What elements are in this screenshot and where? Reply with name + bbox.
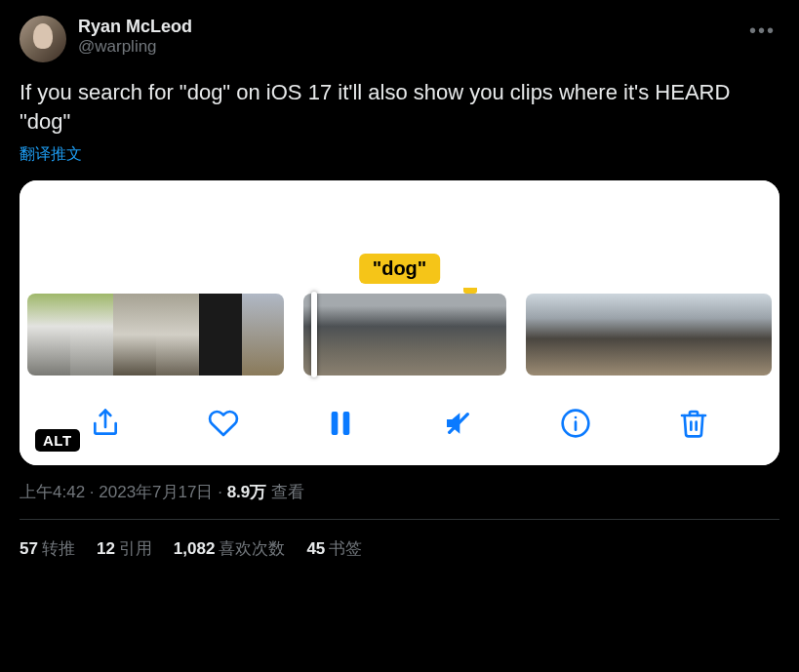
- retweets-stat[interactable]: 57转推: [20, 537, 75, 560]
- pause-icon[interactable]: [321, 404, 360, 443]
- media-caption-area: "dog": [20, 180, 779, 288]
- tweet-header: Ryan McLeod @warpling •••: [20, 16, 779, 62]
- views-label: 查看: [271, 483, 304, 501]
- user-handle: @warpling: [78, 37, 734, 57]
- avatar[interactable]: [20, 16, 66, 62]
- clip-group[interactable]: [27, 294, 284, 376]
- svg-rect-0: [332, 412, 339, 435]
- video-frame: [526, 294, 567, 376]
- share-icon[interactable]: [86, 404, 125, 443]
- tweet-text: If you search for "dog" on iOS 17 it'll …: [20, 78, 779, 137]
- clip-group[interactable]: [526, 294, 772, 376]
- video-timeline[interactable]: [20, 288, 779, 381]
- quotes-stat[interactable]: 12引用: [97, 537, 152, 560]
- likes-stat[interactable]: 1,082喜欢次数: [174, 537, 286, 560]
- video-frame: [731, 294, 772, 376]
- video-frame: [690, 294, 731, 376]
- tweet-stats: 57转推 12引用 1,082喜欢次数 45书签: [20, 520, 779, 577]
- media-toolbar: [20, 381, 779, 465]
- display-name: Ryan McLeod: [78, 16, 734, 37]
- video-frame: [27, 294, 70, 376]
- user-info[interactable]: Ryan McLeod @warpling: [78, 16, 734, 57]
- svg-rect-1: [343, 412, 350, 435]
- translate-link[interactable]: 翻译推文: [20, 144, 82, 165]
- more-options-icon[interactable]: •••: [745, 16, 779, 46]
- mute-icon[interactable]: [439, 404, 478, 443]
- video-frame: [354, 294, 405, 376]
- video-frame: [113, 294, 156, 376]
- video-frame: [242, 294, 284, 376]
- tweet-meta[interactable]: 上午4:42 · 2023年7月17日 · 8.9万 查看: [20, 481, 779, 503]
- trash-icon[interactable]: [674, 404, 713, 443]
- views-count: 8.9万: [227, 483, 267, 501]
- tweet-date: 2023年7月17日: [99, 483, 213, 501]
- info-icon[interactable]: [556, 404, 595, 443]
- video-frame: [405, 294, 456, 376]
- alt-badge[interactable]: ALT: [35, 429, 80, 452]
- video-frame: [608, 294, 649, 376]
- tweet-container: Ryan McLeod @warpling ••• If you search …: [0, 0, 799, 577]
- video-frame: [567, 294, 608, 376]
- video-frame: [70, 294, 113, 376]
- video-frame: [156, 294, 199, 376]
- clip-group-active[interactable]: [303, 294, 506, 376]
- bookmarks-stat[interactable]: 45书签: [306, 537, 362, 560]
- tweet-time: 上午4:42: [20, 483, 85, 501]
- media-card[interactable]: "dog": [20, 180, 779, 465]
- video-frame: [199, 294, 242, 376]
- video-frame: [456, 294, 506, 376]
- svg-point-5: [575, 416, 578, 419]
- caption-bubble: "dog": [359, 254, 441, 284]
- video-frame: [649, 294, 690, 376]
- heart-icon[interactable]: [204, 404, 243, 443]
- playhead-icon[interactable]: [311, 292, 317, 377]
